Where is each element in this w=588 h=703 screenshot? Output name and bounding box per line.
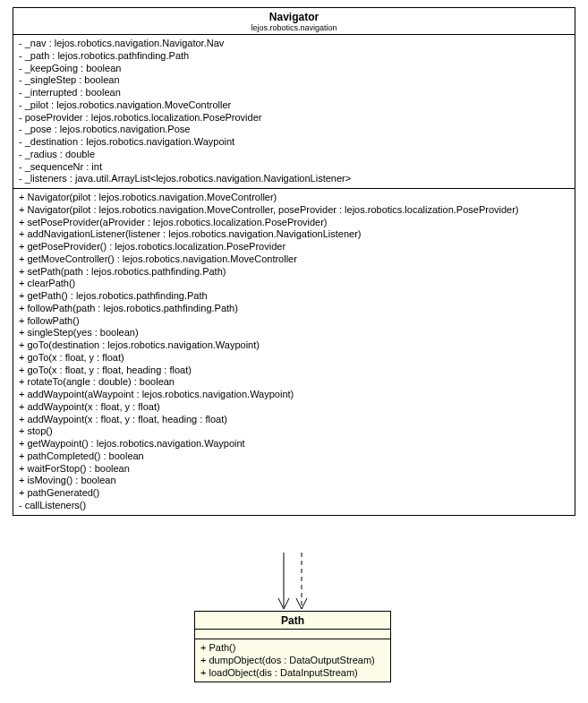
method-row: + dumpObject(dos : DataOutputStream) xyxy=(200,655,385,667)
uml-class-navigator: Navigator lejos.robotics.navigation - _n… xyxy=(13,7,575,516)
method-row: + setPath(path : lejos.robotics.pathfind… xyxy=(19,266,569,279)
method-row: + getPath() : lejos.robotics.pathfinding… xyxy=(19,290,569,303)
field-row: - _radius : double xyxy=(19,149,569,161)
method-row: + addWaypoint(x : float, y : float) xyxy=(19,401,569,414)
method-row: + Navigator(pilot : lejos.robotics.navig… xyxy=(19,192,569,204)
method-row: + addWaypoint(x : float, y : float, head… xyxy=(19,414,569,426)
uml-title: Path xyxy=(195,612,390,630)
method-row: + singleStep(yes : boolean) xyxy=(19,327,569,339)
fields-section xyxy=(195,630,390,639)
uml-class-path: Path + Path()+ dumpObject(dos : DataOutp… xyxy=(194,611,391,682)
method-row: + followPath(path : lejos.robotics.pathf… xyxy=(19,303,569,315)
method-row: + clearPath() xyxy=(19,278,569,290)
field-row: - _nav : lejos.robotics.navigation.Navig… xyxy=(19,38,569,50)
method-row: + goTo(x : float, y : float, heading : f… xyxy=(19,364,569,377)
method-row: + setPoseProvider(aProvider : lejos.robo… xyxy=(19,217,569,229)
method-row: + Path() xyxy=(200,642,385,655)
method-row: + getWaypoint() : lejos.robotics.navigat… xyxy=(19,438,569,450)
field-row: - _pilot : lejos.robotics.navigation.Mov… xyxy=(19,99,569,112)
method-row: + goTo(x : float, y : float) xyxy=(19,352,569,364)
fields-section: - _nav : lejos.robotics.navigation.Navig… xyxy=(13,35,575,189)
method-row: + stop() xyxy=(19,425,569,438)
classname: Navigator xyxy=(21,11,567,23)
field-row: - _sequenceNr : int xyxy=(19,161,569,174)
uml-title: Navigator lejos.robotics.navigation xyxy=(13,8,575,35)
method-row: + isMoving() : boolean xyxy=(19,475,569,487)
method-row: + getPoseProvider() : lejos.robotics.loc… xyxy=(19,241,569,253)
field-row: - _singleStep : boolean xyxy=(19,74,569,87)
method-row: + rotateTo(angle : double) : boolean xyxy=(19,376,569,389)
method-row: + followPath() xyxy=(19,315,569,328)
method-row: + pathGenerated() xyxy=(19,487,569,500)
method-row: + addNavigationListener(listener : lejos… xyxy=(19,228,569,241)
methods-section: + Navigator(pilot : lejos.robotics.navig… xyxy=(13,189,575,515)
field-row: - _destination : lejos.robotics.navigati… xyxy=(19,136,569,149)
method-row: + pathCompleted() : boolean xyxy=(19,450,569,463)
field-row: - _interrupted : boolean xyxy=(19,87,569,99)
package: lejos.robotics.navigation xyxy=(21,23,567,32)
method-row: - callListeners() xyxy=(19,500,569,512)
field-row: - _listeners : java.util.ArrayList<lejos… xyxy=(19,173,569,185)
field-row: - poseProvider : lejos.robotics.localiza… xyxy=(19,112,569,124)
method-row: + loadObject(dis : DataInputStream) xyxy=(200,667,385,680)
field-row: - _pose : lejos.robotics.navigation.Pose xyxy=(19,124,569,136)
method-row: + addWaypoint(aWaypoint : lejos.robotics… xyxy=(19,389,569,401)
methods-section: + Path()+ dumpObject(dos : DataOutputStr… xyxy=(195,639,390,682)
method-row: + getMoveController() : lejos.robotics.n… xyxy=(19,253,569,266)
classname: Path xyxy=(202,614,383,627)
method-row: + Navigator(pilot : lejos.robotics.navig… xyxy=(19,204,569,217)
method-row: + waitForStop() : boolean xyxy=(19,463,569,476)
field-row: - _path : lejos.robotics.pathfinding.Pat… xyxy=(19,50,569,63)
field-row: - _keepGoing : boolean xyxy=(19,63,569,75)
method-row: + goTo(destination : lejos.robotics.navi… xyxy=(19,339,569,352)
